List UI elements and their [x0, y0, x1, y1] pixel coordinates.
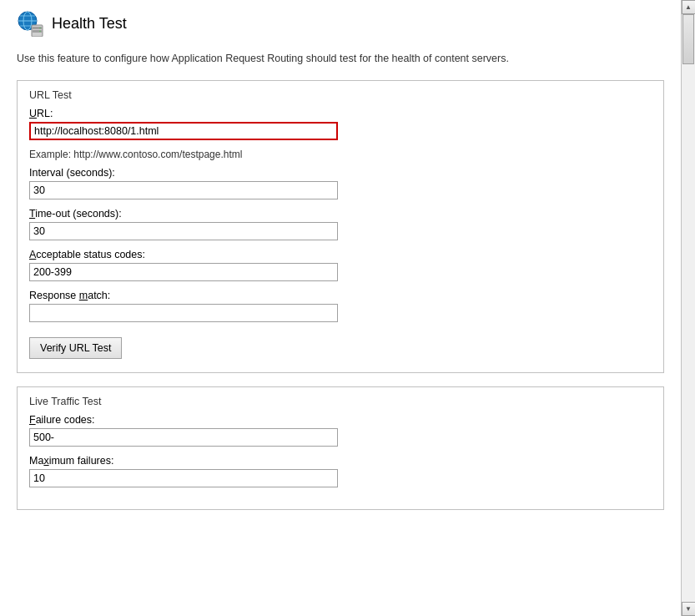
- timeout-label-text: Time-out (seconds):: [29, 208, 122, 220]
- status-codes-field-group: Acceptable status codes:: [29, 249, 652, 281]
- timeout-field-group: Time-out (seconds):: [29, 208, 652, 240]
- url-test-section-title: URL Test: [29, 89, 652, 101]
- timeout-input[interactable]: [29, 222, 338, 240]
- scrollbar-up-button[interactable]: ▲: [682, 0, 696, 14]
- scrollbar-thumb-area: [682, 14, 695, 602]
- page-description: Use this feature to configure how Applic…: [17, 52, 664, 67]
- response-match-label-text: Response match:: [29, 290, 110, 301]
- timeout-label: Time-out (seconds):: [29, 208, 652, 220]
- failure-codes-field-group: Failure codes:: [29, 414, 652, 447]
- interval-field-group: Interval (seconds):: [29, 167, 652, 199]
- url-input[interactable]: [29, 122, 338, 140]
- url-label-rest: RL:: [37, 108, 53, 119]
- url-field-group: URL:: [29, 108, 652, 140]
- response-match-field-group: Response match:: [29, 290, 652, 322]
- interval-label-text: Interval (seconds):: [29, 167, 115, 179]
- max-failures-label-text: Maximum failures:: [29, 455, 113, 467]
- max-failures-field-group: Maximum failures:: [29, 455, 652, 487]
- url-label: URL:: [29, 108, 652, 119]
- response-match-input[interactable]: [29, 304, 338, 322]
- scroll-up-arrow: ▲: [685, 3, 692, 11]
- svg-point-8: [39, 28, 41, 29]
- url-label-text: U: [29, 108, 37, 119]
- status-codes-label: Acceptable status codes:: [29, 249, 652, 260]
- url-test-section: URL Test URL: Example: http://www.contos…: [17, 80, 664, 373]
- health-test-icon: [17, 10, 43, 37]
- scroll-down-arrow: ▼: [685, 605, 692, 613]
- scrollbar-down-button[interactable]: ▼: [682, 602, 696, 616]
- failure-codes-label: Failure codes:: [29, 414, 652, 426]
- main-content: Health Test Use this feature to configur…: [0, 0, 681, 616]
- page-header: Health Test: [17, 10, 664, 43]
- max-failures-label: Maximum failures:: [29, 455, 652, 467]
- page-title: Health Test: [52, 15, 127, 33]
- status-codes-input[interactable]: [29, 263, 338, 281]
- interval-input[interactable]: [29, 181, 338, 199]
- response-match-label: Response match:: [29, 290, 652, 301]
- url-example-text: Example: http://www.contoso.com/testpage…: [29, 149, 652, 160]
- failure-codes-label-text: Failure codes:: [29, 414, 95, 426]
- interval-label: Interval (seconds):: [29, 167, 652, 179]
- max-failures-input[interactable]: [29, 469, 338, 487]
- verify-url-test-button[interactable]: Verify URL Test: [29, 337, 122, 359]
- svg-point-9: [39, 31, 41, 33]
- status-codes-label-text: Acceptable status codes:: [29, 249, 145, 260]
- live-traffic-section: Live Traffic Test Failure codes: Maximum…: [17, 386, 664, 510]
- failure-codes-input[interactable]: [29, 428, 338, 447]
- live-traffic-section-title: Live Traffic Test: [29, 396, 652, 407]
- scrollbar-track: ▲ ▼: [681, 0, 695, 616]
- scrollbar-thumb[interactable]: [682, 14, 694, 64]
